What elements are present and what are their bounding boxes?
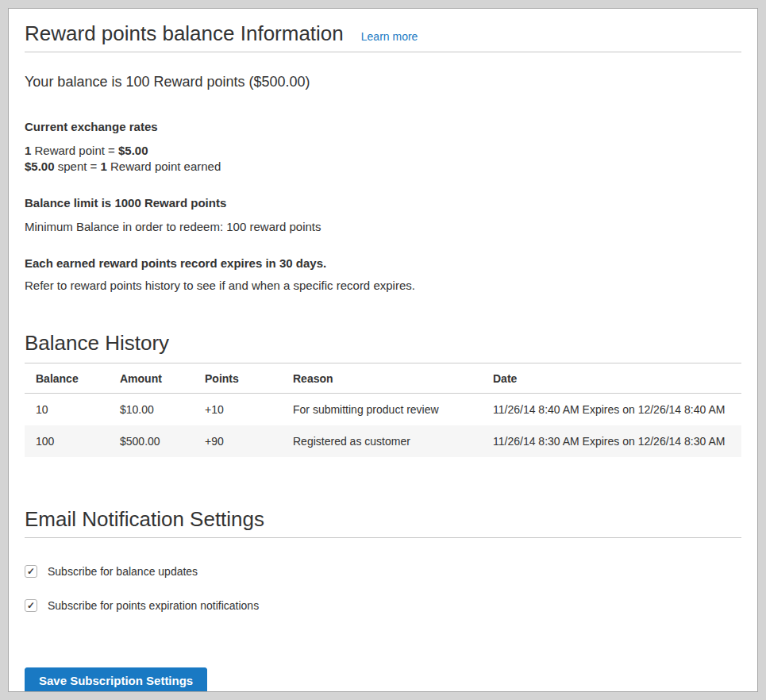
email-settings-header: Email Notification Settings <box>25 506 741 538</box>
minimum-balance-text: Minimum Balance in order to redeem: 100 … <box>25 219 741 235</box>
balance-history-title: Balance History <box>25 330 741 356</box>
exchange-rates-heading: Current exchange rates <box>25 119 741 135</box>
table-cell: 10 <box>25 394 109 426</box>
column-header: Date <box>482 363 741 394</box>
column-header: Points <box>194 363 282 394</box>
exchange-rates-lines: 1 Reward point = $5.00$5.00 spent = 1 Re… <box>25 143 741 175</box>
subscription-checkbox[interactable]: ✓ <box>25 599 37 612</box>
email-settings-title: Email Notification Settings <box>25 506 741 532</box>
table-cell: $10.00 <box>109 394 194 426</box>
expiry-note-text: Refer to reward points history to see if… <box>25 278 741 294</box>
table-header-row: BalanceAmountPointsReasonDate <box>25 363 741 394</box>
learn-more-link[interactable]: Learn more <box>361 30 418 43</box>
table-row: 10$10.00+10For submitting product review… <box>25 394 741 426</box>
table-cell: +90 <box>194 425 282 457</box>
table-row: 100$500.00+90Registered as customer11/26… <box>25 425 741 457</box>
table-cell: 11/26/14 8:40 AM Expires on 12/26/14 8:4… <box>482 394 741 426</box>
balance-limit-text: Balance limit is 1000 Reward points <box>25 195 741 211</box>
subscription-option: ✓Subscribe for balance updates <box>25 565 741 578</box>
table-cell: +10 <box>194 394 282 426</box>
table-cell: 11/26/14 8:30 AM Expires on 12/26/14 8:3… <box>482 425 741 457</box>
checkmark-icon: ✓ <box>27 601 35 610</box>
save-subscription-button[interactable]: Save Subscription Settings <box>25 667 207 692</box>
column-header: Reason <box>282 363 482 394</box>
table-cell: Registered as customer <box>282 425 482 457</box>
table-cell: $500.00 <box>109 425 194 457</box>
expiry-rule-text: Each earned reward points record expires… <box>25 256 741 271</box>
subscription-option: ✓Subscribe for points expiration notific… <box>25 599 741 612</box>
email-options-list: ✓Subscribe for balance updates✓Subscribe… <box>25 565 741 612</box>
balance-summary: Your balance is 100 Reward points ($500.… <box>25 73 741 90</box>
page-title: Reward points balance Information <box>25 20 344 47</box>
exchange-rate-line: $5.00 spent = 1 Reward point earned <box>25 159 741 175</box>
subscription-checkbox[interactable]: ✓ <box>25 565 37 578</box>
table-cell: For submitting product review <box>282 394 482 426</box>
checkmark-icon: ✓ <box>27 567 35 576</box>
column-header: Amount <box>109 363 194 394</box>
page-header: Reward points balance Information Learn … <box>25 9 741 52</box>
subscription-option-label: Subscribe for balance updates <box>48 565 198 578</box>
exchange-rate-line: 1 Reward point = $5.00 <box>25 143 741 159</box>
table-cell: 100 <box>25 425 109 457</box>
balance-history-table: BalanceAmountPointsReasonDate 10$10.00+1… <box>25 363 741 457</box>
reward-points-card: Reward points balance Information Learn … <box>8 8 758 692</box>
column-header: Balance <box>25 363 109 394</box>
subscription-option-label: Subscribe for points expiration notifica… <box>48 599 259 612</box>
